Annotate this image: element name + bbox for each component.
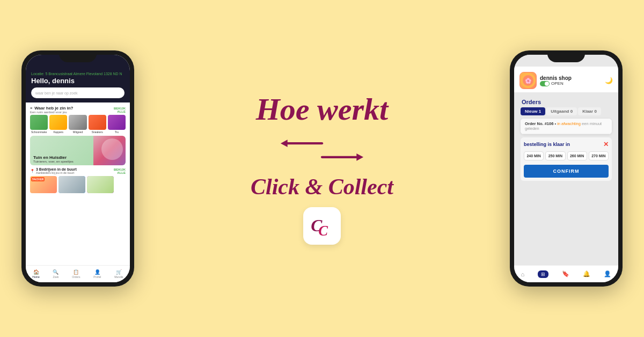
popup-title: bestelling is klaar in [524, 142, 570, 147]
middle-section: Hoe werkt Click & Collect C C [134, 92, 510, 245]
nearby-section: 📍 3 Bedrijven in de buurt Aanbieders bij… [30, 167, 126, 174]
shop-name: dennis shop [540, 75, 605, 81]
time-option-270[interactable]: 270 MIN [589, 151, 609, 160]
promo-badge: 5%OVER [31, 177, 45, 181]
right-phone-frame: 🌸 dennis shop OPEN 🌙 Orders Nieuw 1 [510, 50, 623, 287]
left-phone-screen: Locatie: 5 Brancusistraat Almere Flevola… [26, 55, 130, 282]
category-item[interactable]: Kappers [49, 115, 67, 134]
nav-profiel[interactable]: 👤 Profiel [93, 269, 101, 279]
section-title: ≡ Waar heb je zin in? [30, 106, 73, 111]
time-option-260[interactable]: 260 MIN [567, 151, 587, 160]
arrows-svg [274, 134, 370, 166]
nav-zoek[interactable]: 🔍 Zoek [53, 269, 58, 279]
close-icon[interactable]: ✕ [603, 141, 609, 148]
categories-row: Schoonmake Kappers Witgoed Sneakers [30, 115, 126, 134]
promo-text: Tuin en Huisdier Tuinieren, voer, en spe… [33, 155, 74, 163]
nav-orders[interactable]: 📋 Orders [72, 269, 80, 279]
svg-marker-3 [356, 153, 363, 161]
nav-user-icon[interactable]: 👤 [604, 270, 611, 277]
app-content: ≡ Waar heb je zin in? Een ruim aanbod vo… [26, 102, 130, 196]
shop-thumbnails: 5%OVER [30, 176, 126, 193]
shop-thumb[interactable] [58, 176, 85, 193]
popup-header: bestelling is klaar in ✕ [524, 141, 609, 148]
main-container: Locatie: 5 Brancusistraat Almere Flevola… [0, 0, 644, 337]
category-item[interactable]: Tru [108, 115, 126, 134]
promo-banner[interactable]: Tuin en Huisdier Tuinieren, voer, en spe… [30, 136, 126, 165]
search-bar[interactable]: waar ben je naar op zoek [31, 87, 125, 98]
open-toggle[interactable] [540, 81, 550, 86]
greeting: Hello, dennis [31, 77, 125, 85]
order-card: Order No. #106 • in afwachting een minuu… [521, 119, 612, 134]
moon-icon: 🌙 [605, 77, 613, 84]
app-logo: C C [309, 213, 335, 239]
order-number: Order No. #106 [525, 121, 553, 126]
order-list: Order No. #106 • in afwachting een minuu… [514, 119, 618, 181]
time-option-240[interactable]: 240 MIN [524, 151, 544, 160]
location-bar: Locatie: 5 Brancusistraat Almere Flevola… [31, 72, 125, 76]
right-status-bar [514, 55, 618, 67]
bottom-nav: 🏠 Home 🔍 Zoek 📋 Orders 👤 Profiel 🛒 [26, 265, 130, 282]
orders-section: Orders Nieuw 1 Uitgaand 0 Klaar 0 [514, 92, 618, 119]
svg-marker-1 [281, 140, 288, 148]
shop-header: 🌸 dennis shop OPEN 🌙 [514, 67, 618, 92]
shop-avatar: 🌸 [519, 72, 537, 89]
location-icon: 📍 [30, 169, 35, 173]
shop-status: OPEN [540, 81, 605, 86]
tab-nieuw[interactable]: Nieuw 1 [521, 107, 545, 115]
category-item[interactable]: Schoonmake [30, 115, 48, 134]
nav-home-icon[interactable]: ⌂ [521, 271, 525, 277]
nearby-sub: Aanbieders bij jou in de buurt [36, 171, 77, 174]
svg-text:C: C [318, 223, 328, 239]
arrows-container [274, 134, 370, 166]
section-header: ≡ Waar heb je zin in? Een ruim aanbod vo… [30, 106, 126, 114]
shop-thumb[interactable]: 5%OVER [30, 176, 57, 193]
bekijk-alle-button[interactable]: BEKIJKALLE [114, 107, 126, 113]
orders-tabs: Nieuw 1 Uitgaand 0 Klaar 0 [517, 107, 615, 119]
shop-thumb[interactable] [87, 176, 114, 193]
nearby-title: 3 Bedrijven in de buurt [36, 167, 77, 171]
orders-title: Orders [517, 96, 615, 107]
right-phone-screen: 🌸 dennis shop OPEN 🌙 Orders Nieuw 1 [514, 55, 618, 282]
app-header: Locatie: 5 Brancusistraat Almere Flevola… [26, 70, 130, 102]
nav-home[interactable]: 🏠 Home [32, 269, 39, 279]
nav-mandie[interactable]: 🛒 Mandie [114, 269, 123, 279]
category-item[interactable]: Witgoed [69, 115, 86, 134]
tab-klaar[interactable]: Klaar 0 [578, 107, 601, 115]
category-item[interactable]: Sneakers [89, 115, 106, 134]
nav-bookmark-icon[interactable]: 🔖 [562, 270, 569, 277]
heading: Hoe werkt [256, 92, 388, 127]
time-options: 240 MIN 250 MIN 260 MIN 270 MIN [524, 151, 609, 160]
time-option-250[interactable]: 250 MIN [545, 151, 565, 160]
logo-container: C C [303, 207, 341, 245]
section-subtitle: Een ruim aanbod voor jou [30, 111, 73, 114]
status-bar [26, 55, 130, 70]
order-header: Order No. #106 • in afwachting een minuu… [521, 119, 612, 134]
right-bottom-nav: ⌂ ⊞ 🔖 🔔 👤 [514, 265, 618, 282]
bekijk-alle-nearby-button[interactable]: BEKIJKALLE [114, 168, 126, 174]
confirm-button[interactable]: CONFIRM [524, 165, 609, 178]
tab-uitgaand[interactable]: Uitgaand 0 [546, 107, 577, 115]
left-phone-frame: Locatie: 5 Brancusistraat Almere Flevola… [21, 50, 134, 287]
nav-grid-icon[interactable]: ⊞ [538, 270, 548, 278]
svg-text:🌸: 🌸 [525, 77, 532, 84]
shop-info: dennis shop OPEN [540, 75, 605, 86]
order-popup: bestelling is klaar in ✕ 240 MIN 250 MIN… [521, 137, 612, 181]
order-status: in afwachting [557, 121, 581, 126]
search-placeholder: waar ben je naar op zoek [35, 91, 78, 95]
nav-bell-icon[interactable]: 🔔 [583, 270, 590, 277]
subheading: Click & Collect [251, 174, 393, 199]
